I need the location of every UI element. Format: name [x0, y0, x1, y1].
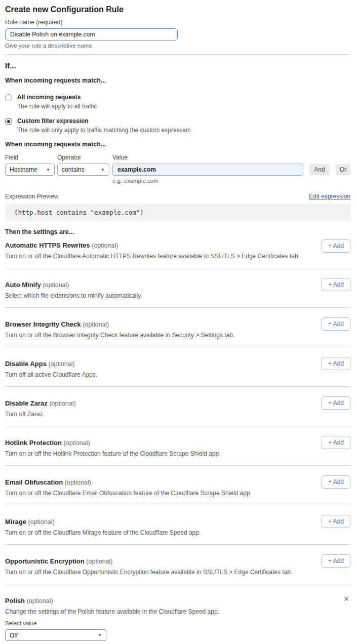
- setting-row-hotlink-protection: Hotlink Protection (optional) Turn on or…: [5, 426, 350, 466]
- chevron-down-icon: [101, 168, 105, 172]
- setting-row-auto-minify: Auto Minify (optional) Select which file…: [5, 268, 350, 308]
- setting-optional-tag: (optional): [92, 242, 118, 249]
- radio-option-description: The rule will apply to all traffic: [17, 103, 97, 110]
- create-configuration-rule-page: Create new Configuration Rule Rule name …: [0, 0, 357, 643]
- setting-description: Turn on or off the Cloudflare Automatic …: [5, 253, 309, 260]
- add-disable-apps-button[interactable]: + Add: [322, 357, 350, 370]
- setting-name: Mirage: [5, 518, 26, 526]
- setting-optional-tag: (optional): [64, 439, 90, 447]
- setting-row-disable-apps: Disable Apps (optional) Turn off all act…: [5, 347, 350, 387]
- add-hotlink-protection-button[interactable]: + Add: [322, 436, 350, 449]
- setting-description: Turn on or off the Cloudflare Email Obfu…: [5, 490, 309, 497]
- setting-description: Turn on or off the Hotlink Protection fe…: [5, 450, 309, 457]
- field-label: Field: [5, 154, 55, 161]
- expression-builder-row: Field Hostname Operator contains Value e…: [5, 154, 350, 184]
- edit-expression-link[interactable]: Edit expression: [309, 193, 350, 200]
- field-select[interactable]: Hostname: [5, 164, 55, 176]
- setting-description: Turn on or off the Browser Integrity Che…: [5, 332, 309, 339]
- setting-row-email-obfuscation: Email Obfuscation (optional) Turn on or …: [5, 466, 350, 505]
- chevron-down-icon: [98, 633, 102, 637]
- setting-optional-tag: (optional): [27, 597, 53, 605]
- value-label: Value: [112, 154, 303, 161]
- setting-name: Opportunistic Encryption: [5, 557, 85, 565]
- setting-name: Disable Apps: [5, 360, 47, 368]
- operator-select-value: contains: [62, 166, 85, 173]
- radio-option-label: Custom filter expression: [17, 117, 191, 125]
- radio-selected-icon[interactable]: [5, 118, 12, 125]
- operator-label: Operator: [57, 154, 109, 161]
- setting-optional-tag: (optional): [43, 281, 69, 289]
- setting-description: Turn off all active Cloudflare Apps.: [5, 371, 309, 378]
- setting-name: Browser Integrity Check: [5, 320, 81, 328]
- setting-row-polish: Polish (optional) Change the settings of…: [5, 584, 350, 641]
- setting-description: Change the settings of the Polish featur…: [5, 608, 309, 615]
- radio-option-custom-filter-expression[interactable]: Custom filter expression The rule will o…: [5, 117, 350, 134]
- add-email-obfuscation-button[interactable]: + Add: [322, 475, 350, 489]
- add-automatic-https-rewrites-button[interactable]: + Add: [322, 239, 350, 253]
- setting-name: Email Obfuscation: [5, 478, 63, 486]
- field-select-value: Hostname: [10, 166, 37, 173]
- setting-row-disable-zaraz: Disable Zaraz (optional) Turn off Zaraz.…: [5, 387, 350, 426]
- or-button[interactable]: Or: [336, 164, 350, 175]
- setting-optional-tag: (optional): [65, 479, 91, 486]
- value-input[interactable]: [112, 164, 303, 176]
- chevron-down-icon: [46, 168, 50, 172]
- add-mirage-button[interactable]: + Add: [322, 515, 350, 528]
- setting-row-mirage: Mirage (optional) Turn on or off the Clo…: [5, 505, 350, 545]
- then-settings-heading: Then the settings are...: [5, 228, 350, 235]
- add-auto-minify-button[interactable]: + Add: [322, 278, 350, 291]
- add-browser-integrity-check-button[interactable]: + Add: [322, 317, 350, 331]
- incoming-requests-match-label: When incoming requests match...: [5, 77, 350, 84]
- page-title: Create new Configuration Rule: [5, 5, 350, 14]
- setting-description: Turn on or off the Cloudflare Opportunis…: [5, 569, 309, 576]
- radio-option-all-incoming-requests[interactable]: All incoming requests The rule will appl…: [5, 94, 350, 110]
- setting-name: Auto Minify: [5, 281, 41, 289]
- setting-name: Polish: [5, 597, 25, 605]
- setting-optional-tag: (optional): [28, 518, 55, 526]
- setting-row-browser-integrity-check: Browser Integrity Check (optional) Turn …: [5, 308, 350, 347]
- setting-row-opportunistic-encryption: Opportunistic Encryption (optional) Turn…: [5, 545, 350, 584]
- select-value-label: Select value: [5, 620, 350, 626]
- setting-description: Select which file extensions to minify a…: [5, 292, 309, 299]
- and-button[interactable]: And: [309, 164, 329, 175]
- section-divider: [5, 54, 350, 55]
- rule-name-helper: Give your rule a descriptive name.: [5, 43, 350, 49]
- setting-optional-tag: (optional): [86, 558, 112, 565]
- setting-optional-tag: (optional): [49, 360, 75, 368]
- setting-name: Hotlink Protection: [5, 439, 62, 447]
- radio-option-description: The rule will only apply to traffic matc…: [17, 127, 191, 134]
- radio-option-label: All incoming requests: [17, 94, 97, 101]
- close-icon[interactable]: [343, 595, 349, 602]
- value-helper: e.g. example.com: [112, 178, 303, 184]
- expression-preview-label: Expression Preview: [5, 193, 58, 200]
- polish-value-select[interactable]: Off: [5, 629, 106, 641]
- expression-builder-match-label: When incoming requests match...: [5, 141, 350, 148]
- setting-name: Disable Zaraz: [5, 399, 48, 407]
- add-disable-zaraz-button[interactable]: + Add: [322, 396, 350, 410]
- setting-name: Automatic HTTPS Rewrites: [5, 242, 90, 249]
- radio-unselected-icon[interactable]: [5, 94, 12, 101]
- operator-select[interactable]: contains: [57, 164, 109, 176]
- expression-preview-code: (http.host contains "example.com"): [5, 204, 350, 221]
- add-opportunistic-encryption-button[interactable]: + Add: [322, 554, 350, 568]
- setting-optional-tag: (optional): [83, 321, 109, 328]
- polish-select-value: Off: [10, 632, 18, 639]
- setting-description: Turn off Zaraz.: [5, 411, 309, 418]
- if-heading: If...: [5, 61, 350, 70]
- setting-row-automatic-https-rewrites: Automatic HTTPS Rewrites (optional) Turn…: [5, 235, 350, 268]
- setting-optional-tag: (optional): [49, 400, 75, 407]
- rule-name-input[interactable]: [5, 28, 178, 41]
- rule-name-label: Rule name (required): [5, 19, 350, 26]
- setting-description: Turn on or off the Cloudflare Mirage fea…: [5, 529, 309, 536]
